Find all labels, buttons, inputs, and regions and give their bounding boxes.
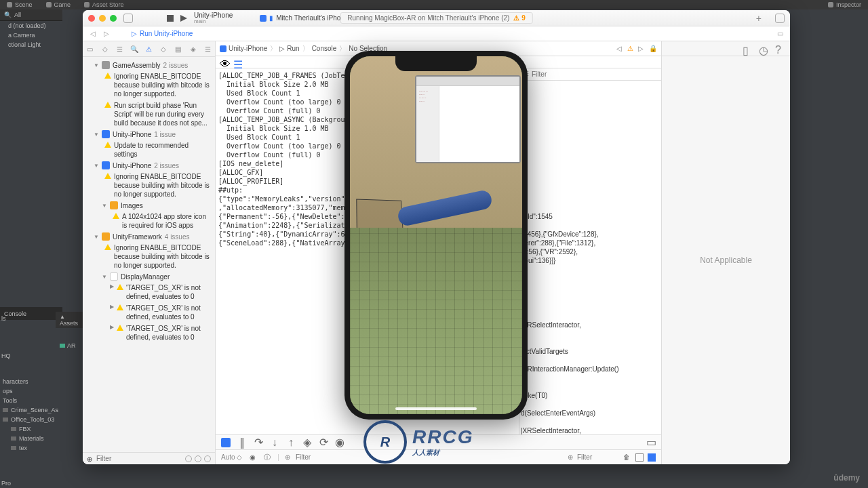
ar-background-window: --- --- ----- ---- --- ---- -- bbox=[415, 75, 521, 163]
hierarchy-search[interactable]: 🔍All bbox=[0, 9, 62, 21]
nav-group[interactable]: ▼ Images bbox=[83, 200, 215, 211]
source-nav-icon[interactable]: ◇ bbox=[100, 44, 110, 54]
memory-button[interactable]: ⟳ bbox=[319, 438, 328, 447]
filter-input[interactable] bbox=[96, 455, 182, 462]
simulate-button[interactable]: ◉ bbox=[335, 438, 344, 447]
jump-segment[interactable]: Unity-iPhone bbox=[220, 45, 267, 52]
filter-chip[interactable] bbox=[204, 455, 211, 462]
hierarchy-item[interactable]: d (not loaded) bbox=[0, 21, 62, 30]
find-nav-icon[interactable]: 🔍 bbox=[130, 44, 139, 54]
help-inspector-icon[interactable]: ? bbox=[775, 44, 785, 54]
left-pane-icon[interactable] bbox=[635, 453, 644, 462]
udemy-logo: ûdemy bbox=[833, 473, 860, 483]
step-out-button[interactable]: ↑ bbox=[286, 438, 296, 447]
auto-selector[interactable]: Auto ◇ bbox=[221, 453, 242, 461]
right-sidebar-toggle-icon[interactable] bbox=[775, 14, 785, 23]
add-tab-button[interactable]: + bbox=[756, 13, 762, 24]
trash-icon[interactable]: 🗑 bbox=[622, 453, 631, 462]
issue-nav-icon[interactable]: ⚠ bbox=[144, 44, 154, 54]
folder-item[interactable]: Materials bbox=[0, 434, 61, 443]
symbol-nav-icon[interactable]: ☰ bbox=[115, 44, 124, 54]
nav-group[interactable]: ▼ DisplayManager bbox=[83, 271, 215, 282]
sidebar-toggle-icon[interactable] bbox=[123, 14, 133, 23]
scope-icon[interactable]: ◉ bbox=[248, 453, 257, 462]
issue-item[interactable]: Ignoring ENABLE_BITCODE because building… bbox=[83, 171, 215, 200]
filter-chip[interactable] bbox=[195, 455, 201, 462]
forward-button[interactable]: ▷ bbox=[102, 29, 111, 39]
debug-view-button[interactable]: ◈ bbox=[302, 438, 312, 447]
info-icon[interactable]: ⓘ bbox=[262, 453, 272, 462]
stop-button[interactable] bbox=[167, 15, 174, 22]
console-filter-input2[interactable] bbox=[577, 453, 618, 461]
asset-item[interactable]: AR bbox=[56, 342, 86, 350]
file-inspector-icon[interactable]: ▯ bbox=[743, 44, 752, 54]
inspector-tab[interactable]: Inspector bbox=[821, 1, 868, 9]
folder-item[interactable]: Tools bbox=[0, 396, 61, 405]
hierarchy-camera[interactable]: a Camera bbox=[0, 30, 62, 40]
hierarchy-light[interactable]: ctional Light bbox=[0, 40, 62, 49]
navigator-tabs: ▭ ◇ ☰ 🔍 ⚠ ◇ ▤ ◈ ☰ bbox=[83, 41, 215, 57]
minimize-button[interactable] bbox=[99, 15, 106, 22]
issue-item[interactable]: Update to recommended settings bbox=[83, 140, 215, 160]
jump-segment[interactable]: ▷Run bbox=[279, 45, 299, 52]
issue-item[interactable]: Ignoring ENABLE_BITCODE because building… bbox=[83, 70, 215, 100]
ar-camera-view[interactable]: --- --- ----- ---- --- ---- -- bbox=[350, 56, 522, 414]
scheme-selector[interactable]: Unity-iPhone main bbox=[194, 12, 233, 24]
breakpoint-nav-icon[interactable]: ◈ bbox=[189, 44, 198, 54]
filter-chip[interactable] bbox=[185, 455, 192, 462]
navigator-sidebar: ▭ ◇ ☰ 🔍 ⚠ ◇ ▤ ◈ ☰ ▼ GameAssembly 2 issue… bbox=[83, 41, 216, 464]
folder-item[interactable]: haracters bbox=[0, 377, 61, 386]
pause-button[interactable]: ‖ bbox=[237, 438, 247, 447]
assets-header[interactable]: ▲ Assets bbox=[56, 312, 86, 328]
filter-icon: ⊕ bbox=[568, 453, 573, 461]
eye-icon[interactable]: 👁 bbox=[220, 58, 228, 66]
scene-tab[interactable]: Scene bbox=[0, 1, 39, 9]
game-tab[interactable]: Game bbox=[39, 1, 78, 9]
step-over-button[interactable]: ↷ bbox=[254, 438, 263, 447]
filter-active-icon[interactable]: ☰ bbox=[233, 58, 241, 66]
folder-item[interactable]: tex bbox=[0, 443, 61, 453]
library-icon[interactable]: ▭ bbox=[775, 29, 785, 39]
issue-warn-icon[interactable]: ⚠ bbox=[627, 45, 635, 53]
next-issue-icon[interactable]: ▷ bbox=[638, 45, 646, 53]
project-nav-icon[interactable]: ▭ bbox=[85, 44, 95, 54]
report-nav-icon[interactable]: ☰ bbox=[203, 44, 212, 54]
nav-group[interactable]: ▼ Unity-iPhone 1 issue bbox=[83, 129, 215, 140]
home-indicator[interactable] bbox=[395, 407, 477, 410]
lock-icon[interactable]: 🔒 bbox=[649, 45, 657, 53]
asset-store-tab[interactable]: Asset Store bbox=[77, 1, 131, 9]
issue-item[interactable]: ▶'TARGET_OS_XR' is not defined, evaluate… bbox=[83, 323, 215, 343]
issue-item[interactable]: A 1024x1024 app store icon is required f… bbox=[83, 211, 215, 231]
folder-item[interactable]: Office_Tools_03 bbox=[0, 415, 61, 424]
jump-segment[interactable]: Console bbox=[312, 45, 337, 52]
test-nav-icon[interactable]: ◇ bbox=[159, 44, 168, 54]
folder-item[interactable]: ops bbox=[0, 386, 61, 396]
project-folders: haracters ops Tools Crime_Scene_As Offic… bbox=[0, 377, 61, 453]
filter-icon: ⊕ bbox=[285, 453, 290, 461]
nav-group[interactable]: ▼ Unity-iPhone 2 issues bbox=[83, 160, 215, 171]
right-pane-icon[interactable] bbox=[648, 453, 656, 462]
back-button[interactable]: ◁ bbox=[88, 29, 98, 39]
play-button[interactable] bbox=[180, 15, 187, 22]
issue-item[interactable]: Run script build phase 'Run Script' will… bbox=[83, 100, 215, 129]
nav-group[interactable]: ▼ UnityFramework 4 issues bbox=[83, 231, 215, 242]
prev-issue-icon[interactable]: ◁ bbox=[616, 45, 625, 53]
step-in-button[interactable]: ↓ bbox=[270, 438, 279, 447]
debug-nav-icon[interactable]: ▤ bbox=[174, 44, 183, 54]
nav-group[interactable]: ▼ GameAssembly 2 issues bbox=[83, 60, 215, 70]
console-output-right[interactable]: ☰ ssId":1545 ":-456},{"GfxDevice":128}, … bbox=[519, 68, 661, 434]
issue-item[interactable]: ▶'TARGET_OS_XR' is not defined, evaluate… bbox=[83, 302, 215, 323]
issue-item[interactable]: ▶'TARGET_OS_XR' is not defined, evaluate… bbox=[83, 282, 215, 302]
run-action-button[interactable]: ▷Run Unity-iPhone bbox=[132, 30, 193, 37]
breakpoint-toggle[interactable] bbox=[221, 438, 231, 447]
issue-item[interactable]: Ignoring ENABLE_BITCODE because building… bbox=[83, 242, 215, 271]
folder-item[interactable]: Crime_Scene_As bbox=[0, 405, 61, 415]
console-tab[interactable]: Console bbox=[0, 308, 62, 320]
history-inspector-icon[interactable]: ◷ bbox=[759, 44, 768, 54]
console-filter-input[interactable] bbox=[532, 70, 657, 78]
zoom-button[interactable] bbox=[110, 15, 117, 22]
close-button[interactable] bbox=[88, 15, 95, 22]
folder-item[interactable]: FBX bbox=[0, 424, 61, 434]
panel-toggle-icon[interactable]: ▭ bbox=[646, 438, 656, 447]
variables-filter-input[interactable] bbox=[296, 453, 350, 461]
